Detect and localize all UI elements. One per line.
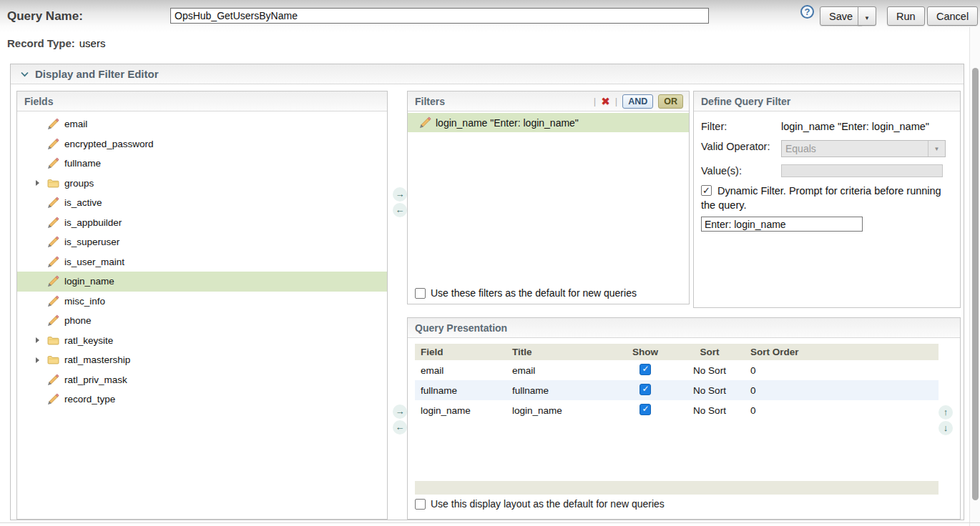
record-type-value: users [79, 37, 106, 49]
field-item[interactable]: fullname [17, 154, 387, 174]
cell-sort-order[interactable]: 0 [745, 365, 939, 376]
field-label: ratl_priv_mask [64, 374, 127, 385]
field-item[interactable]: ratl_priv_mask [17, 370, 387, 390]
field-item-folder[interactable]: groups [17, 174, 387, 194]
save-button[interactable]: Save [820, 6, 862, 26]
pencil-icon [47, 138, 59, 150]
field-item[interactable]: is_superuser [17, 232, 387, 252]
dynamic-filter-label: Dynamic Filter. Prompt for criteria befo… [701, 185, 941, 211]
add-display-field-arrow-icon[interactable] [393, 405, 407, 419]
presentation-panel-title: Query Presentation [415, 322, 507, 334]
layout-default-checkbox-label: Use this display layout as the default f… [431, 498, 665, 510]
pencil-icon [419, 116, 431, 129]
presentation-table-footer [415, 481, 939, 495]
field-label: is_appbuilder [64, 217, 122, 228]
field-item[interactable]: is_appbuilder [17, 213, 387, 233]
fields-panel-header: Fields [17, 91, 387, 111]
filter-item-selected[interactable]: login_name "Enter: login_name" [408, 113, 689, 132]
remove-filter-arrow-icon[interactable] [393, 203, 407, 217]
column-header: Show [617, 347, 674, 357]
define-query-filter-panel: Define Query Filter Filter: login_name "… [693, 91, 961, 308]
field-item-selected[interactable]: login_name [17, 272, 387, 292]
window-bottom-edge [0, 522, 980, 523]
column-header: Sort [674, 347, 745, 357]
field-item[interactable]: encrypted_password [17, 134, 387, 154]
field-label: is_active [64, 197, 102, 208]
layout-default-checkbox[interactable] [415, 499, 426, 510]
add-filter-arrow-icon[interactable] [393, 187, 407, 202]
show-checkbox[interactable] [640, 384, 651, 395]
filter-value: login_name "Enter: login_name" [781, 120, 946, 133]
help-icon[interactable] [800, 5, 814, 19]
table-row[interactable]: login_name login_name No Sort 0 [415, 400, 939, 420]
operator-dropdown: Equals [781, 140, 946, 157]
cell-title: email [512, 365, 617, 376]
field-item-folder[interactable]: ratl_keysite [17, 331, 387, 351]
pencil-icon [47, 295, 59, 307]
show-checkbox[interactable] [640, 364, 651, 375]
cell-field: fullname [415, 385, 512, 396]
run-button[interactable]: Run [887, 6, 925, 26]
field-item[interactable]: phone [17, 311, 387, 331]
delete-filter-icon[interactable] [601, 95, 610, 108]
field-label: phone [64, 315, 92, 326]
field-label: is_superuser [64, 237, 119, 247]
field-item[interactable]: is_active [17, 193, 387, 213]
expand-arrow-icon[interactable] [36, 337, 47, 343]
scrollbar-thumb[interactable] [972, 68, 979, 500]
pencil-icon [47, 393, 59, 405]
record-type: Record Type:users [7, 37, 105, 49]
column-header: Field [415, 347, 512, 357]
folder-icon [47, 354, 59, 366]
expand-arrow-icon[interactable] [36, 357, 47, 363]
query-name-input[interactable] [170, 8, 709, 24]
field-item[interactable]: is_user_maint [17, 252, 387, 272]
filters-panel: Filters | | AND OR login_name "Enter: lo… [407, 91, 690, 304]
field-item[interactable]: record_type [17, 389, 387, 410]
field-item[interactable]: misc_info [17, 292, 387, 312]
field-label: is_user_maint [64, 257, 124, 267]
or-button[interactable]: OR [658, 94, 683, 109]
cell-sort-order[interactable]: 0 [745, 405, 939, 416]
field-label: record_type [64, 394, 115, 405]
fields-panel-title: Fields [24, 96, 53, 107]
table-row[interactable]: fullname fullname No Sort 0 [415, 380, 939, 400]
field-item[interactable]: email [17, 114, 387, 134]
collapse-chevron-icon[interactable] [21, 71, 29, 77]
presentation-table-header: Field Title Show Sort Sort Order [415, 344, 939, 360]
move-up-arrow-icon[interactable] [939, 405, 953, 420]
dynamic-filter-checkbox[interactable] [701, 185, 712, 196]
prompt-text-input[interactable] [701, 217, 863, 232]
fields-panel: Fields email encrypted_password fullname… [16, 91, 388, 520]
cell-sort-order[interactable]: 0 [745, 385, 939, 396]
field-item-folder[interactable]: ratl_mastership [17, 350, 387, 370]
presentation-panel-header: Query Presentation [408, 318, 960, 338]
and-button[interactable]: AND [622, 94, 653, 109]
toolbar-separator: | [615, 96, 617, 106]
field-label: login_name [64, 276, 114, 287]
filters-panel-title: Filters [415, 96, 445, 107]
show-checkbox[interactable] [640, 404, 651, 415]
expand-arrow-icon[interactable] [36, 180, 47, 186]
table-row[interactable]: email email No Sort 0 [415, 360, 939, 380]
cell-sort[interactable]: No Sort [674, 405, 745, 416]
move-down-arrow-icon[interactable] [939, 421, 953, 435]
values-input [781, 164, 943, 177]
toolbar-separator: | [594, 96, 596, 106]
save-dropdown-button[interactable] [858, 6, 876, 26]
field-label: misc_info [64, 296, 105, 307]
filters-default-checkbox[interactable] [415, 288, 426, 299]
pencil-icon [47, 275, 59, 287]
display-filter-editor-header[interactable]: Display and Filter Editor [11, 64, 964, 84]
cell-sort[interactable]: No Sort [674, 365, 745, 376]
remove-display-field-arrow-icon[interactable] [393, 420, 407, 435]
pencil-icon [47, 157, 59, 169]
cell-sort[interactable]: No Sort [674, 385, 745, 396]
field-label: fullname [64, 158, 101, 169]
cancel-button[interactable]: Cancel [927, 6, 978, 26]
query-name-label: Query Name: [7, 9, 83, 24]
dropdown-caret-icon [928, 141, 945, 157]
vertical-scrollbar[interactable] [969, 27, 980, 526]
operator-value: Equals [785, 143, 816, 154]
record-type-label: Record Type: [7, 37, 75, 49]
